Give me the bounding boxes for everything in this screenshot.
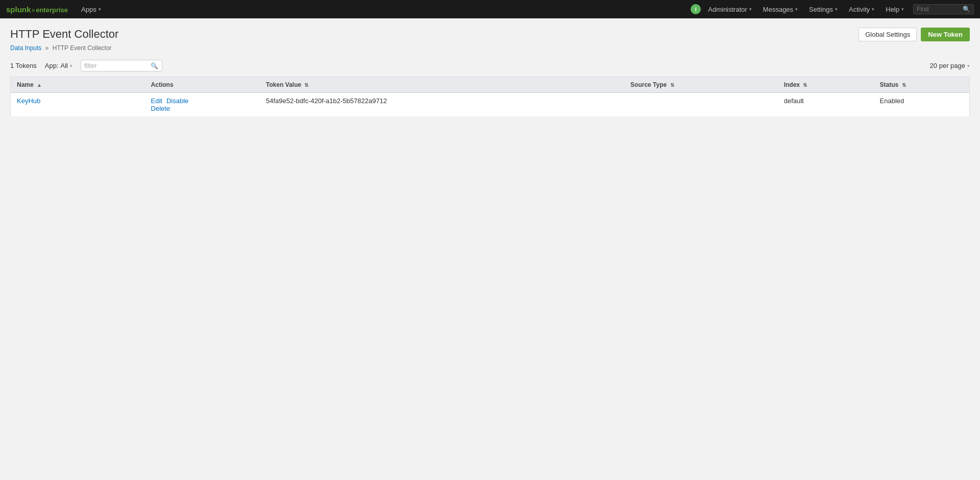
app-filter-caret-icon: ▾ — [70, 63, 72, 68]
new-token-button[interactable]: New Token — [921, 28, 970, 41]
nav-apps[interactable]: Apps ▾ — [76, 0, 106, 18]
table-header: Name ▲ Actions Token Value ⇅ Source Type… — [11, 77, 970, 93]
nav-activity[interactable]: Activity ▾ — [844, 0, 879, 18]
page-header: HTTP Event Collector Global Settings New… — [10, 28, 970, 41]
table-row: KeyHubEditDisableDelete54fa9e52-bdfc-420… — [11, 93, 970, 117]
per-page-caret-icon: ▾ — [967, 63, 970, 68]
app-filter-dropdown[interactable]: App: All ▾ — [45, 62, 72, 69]
nav-right: i Administrator ▾ Messages ▾ Settings ▾ … — [691, 0, 974, 18]
token-sort-icon: ⇅ — [304, 82, 308, 88]
table-body: KeyHubEditDisableDelete54fa9e52-bdfc-420… — [11, 93, 970, 117]
breadcrumb: Data Inputs » HTTP Event Collector — [10, 44, 970, 52]
messages-caret-icon: ▾ — [795, 7, 798, 12]
breadcrumb-current: HTTP Event Collector — [53, 44, 112, 52]
filter-input-wrap[interactable]: 🔍 — [81, 60, 162, 71]
filter-search-icon: 🔍 — [151, 62, 158, 69]
help-caret-icon: ▾ — [901, 7, 904, 12]
index-sort-icon: ⇅ — [803, 82, 807, 88]
top-nav: splunk>enterprise Apps ▾ i Administrator… — [0, 0, 980, 18]
filter-input[interactable] — [84, 62, 151, 69]
info-icon[interactable]: i — [691, 4, 701, 14]
tokens-table: Name ▲ Actions Token Value ⇅ Source Type… — [10, 77, 970, 117]
delete-link[interactable]: Delete — [151, 105, 170, 112]
index-cell: default — [778, 93, 874, 117]
col-header-actions: Actions — [145, 77, 260, 93]
content-area: HTTP Event Collector Global Settings New… — [0, 18, 980, 480]
admin-caret-icon: ▾ — [749, 7, 752, 12]
edit-link[interactable]: Edit — [151, 97, 162, 105]
find-box[interactable]: 🔍 — [913, 4, 974, 14]
page-title: HTTP Event Collector — [10, 28, 118, 41]
nav-left: splunk>enterprise Apps ▾ — [6, 0, 106, 18]
col-header-source-type[interactable]: Source Type ⇅ — [624, 77, 778, 93]
settings-caret-icon: ▾ — [835, 7, 838, 12]
app-label: App: — [45, 62, 59, 69]
app-value: All — [61, 62, 68, 69]
nav-administrator[interactable]: Administrator ▾ — [703, 0, 757, 18]
splunk-logo[interactable]: splunk>enterprise — [6, 5, 68, 14]
token-value-cell: 54fa9e52-bdfc-420f-a1b2-5b57822a9712 — [260, 93, 624, 117]
per-page-dropdown[interactable]: 20 per page ▾ — [930, 62, 970, 69]
find-search-icon: 🔍 — [963, 6, 970, 13]
col-header-name[interactable]: Name ▲ — [11, 77, 145, 93]
actions-cell: EditDisableDelete — [145, 93, 260, 117]
activity-caret-icon: ▾ — [872, 7, 874, 12]
disable-link[interactable]: Disable — [166, 97, 188, 105]
per-page-label: 20 per page — [930, 62, 965, 69]
source-type-cell — [624, 93, 778, 117]
page-header-actions: Global Settings New Token — [859, 28, 970, 41]
col-header-index[interactable]: Index ⇅ — [778, 77, 874, 93]
global-settings-button[interactable]: Global Settings — [859, 28, 917, 41]
tokens-count: 1 Tokens — [10, 62, 37, 69]
name-sort-icon: ▲ — [37, 82, 42, 88]
nav-messages[interactable]: Messages ▾ — [758, 0, 803, 18]
breadcrumb-sep: » — [45, 44, 49, 52]
col-header-token-value[interactable]: Token Value ⇅ — [260, 77, 624, 93]
status-cell: Enabled — [874, 93, 970, 117]
nav-help[interactable]: Help ▾ — [880, 0, 909, 18]
splunk-wordmark: splunk>enterprise — [6, 5, 68, 14]
token-name-link[interactable]: KeyHub — [17, 97, 40, 105]
sourcetype-sort-icon: ⇅ — [670, 82, 674, 88]
breadcrumb-link[interactable]: Data Inputs — [10, 44, 41, 52]
nav-settings[interactable]: Settings ▾ — [804, 0, 843, 18]
status-sort-icon: ⇅ — [902, 82, 906, 88]
find-input[interactable] — [917, 6, 963, 13]
apps-caret-icon: ▾ — [99, 7, 101, 12]
toolbar: 1 Tokens App: All ▾ 🔍 20 per page ▾ — [10, 60, 970, 71]
col-header-status[interactable]: Status ⇅ — [874, 77, 970, 93]
